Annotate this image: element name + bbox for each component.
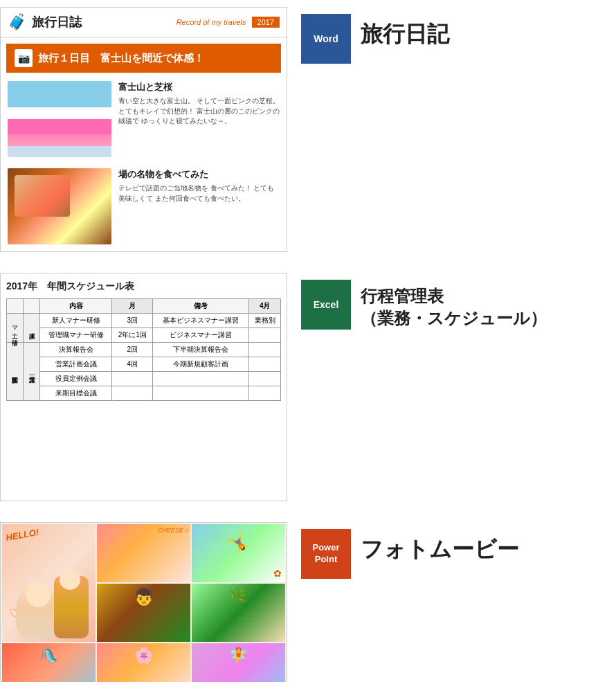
word-info: Word 旅行日記 [287, 7, 616, 71]
main-layout: 🧳 旅行日誌 Record of my travels 2017 📷 旅行１日目… [0, 0, 616, 682]
day-banner: 📷 旅行１日目 富士山を間近で体感！ [6, 44, 281, 73]
suitcase-icon: 🧳 [8, 13, 26, 31]
excel-badge-label: Excel [314, 298, 339, 311]
note-cell [153, 372, 249, 386]
note-cell: 今期新規顧客計画 [153, 357, 249, 372]
excel-doc-title: 2017年 年間スケジュール表 [6, 280, 281, 293]
ppt-preview: HELLO! ♡ CHEESE☆ 🤸 [0, 522, 287, 682]
excel-feature-title: 行程管理表 （業務・スケジュール） [361, 285, 547, 330]
excel-info: Excel 行程管理表 （業務・スケジュール） [287, 273, 616, 336]
excel-title-block: 行程管理表 （業務・スケジュール） [361, 280, 547, 330]
april-cell [249, 328, 281, 343]
table-row: 役員定例会議 [7, 372, 281, 386]
collage-cell-2: 🤸 ✿ [192, 524, 285, 582]
ppt-badge: Power Point [301, 529, 351, 579]
food-image [8, 168, 111, 244]
photo-collage: HELLO! ♡ CHEESE☆ 🤸 [1, 523, 287, 682]
sub-jinji: 人事課 [24, 314, 40, 343]
content-cell: 役員定例会議 [40, 372, 112, 386]
content-cell: 来期目標会議 [40, 386, 112, 401]
col-april: 4月 [249, 299, 281, 314]
note-cell: 下半期決算報告会 [153, 343, 249, 357]
word-badge: Word [301, 14, 351, 64]
group-new: 新規開拓 [7, 343, 24, 401]
year-badge: 2017 [252, 17, 280, 28]
collage-cell-main: HELLO! ♡ [2, 524, 96, 642]
word-row: 🧳 旅行日誌 Record of my travels 2017 📷 旅行１日目… [0, 7, 616, 252]
table-row: 来期目標会議 [7, 386, 281, 401]
word-preview: 🧳 旅行日誌 Record of my travels 2017 📷 旅行１日目… [0, 7, 287, 252]
collage-cell-3: 👦 [97, 584, 190, 642]
excel-preview: 2017年 年間スケジュール表 内容 月 備考 4月 マナー研修 人事 [0, 273, 287, 501]
hello-text: HELLO! [5, 527, 39, 543]
ppt-info: Power Point フォトムービー [287, 522, 616, 586]
excel-table: 内容 月 備考 4月 マナー研修 人事課 新人マナー研修 3回 基本ビジネスマナ… [6, 298, 281, 401]
april-cell [249, 386, 281, 401]
food-section: 場の名物を食べてみた テレビで話題のご当地名物を 食べてみた！ とても美味しくて… [1, 164, 287, 249]
col-sub [24, 299, 40, 314]
cheese-text: CHEESE☆ [158, 527, 189, 534]
collage-cell-4: 🌿 [192, 584, 285, 642]
ppt-row: HELLO! ♡ CHEESE☆ 🤸 [0, 522, 616, 682]
fuji-title: 富士山と芝桜 [118, 81, 280, 93]
word-doc-title: 旅行日誌 [32, 14, 82, 30]
freq-cell [112, 372, 153, 386]
table-row: マナー研修 人事課 新人マナー研修 3回 基本ビジネスマナー講習 業務別 [7, 314, 281, 328]
fuji-image [8, 81, 111, 157]
excel-row: 2017年 年間スケジュール表 内容 月 備考 4月 マナー研修 人事 [0, 273, 616, 501]
collage-cell-5: 🛝 [2, 643, 96, 682]
food-body: テレビで話題のご当地名物を 食べてみた！ とても美味しくて また何回食べても食べ… [118, 183, 280, 204]
freq-cell: 4回 [112, 357, 153, 372]
collage-cell-7: 🧚 ♡ [192, 643, 285, 682]
freq-cell: 3回 [112, 314, 153, 328]
banner-icon: 📷 [15, 49, 33, 67]
collage-cell-1: CHEESE☆ [97, 524, 190, 582]
content-cell: 新人マナー研修 [40, 314, 112, 328]
food-placeholder [8, 168, 111, 244]
content-cell: 営業計画会議 [40, 357, 112, 372]
col-group [7, 299, 24, 314]
ppt-badge-label: Power Point [312, 542, 339, 566]
ppt-title-block: フォトムービー [361, 529, 519, 565]
freq-cell [112, 386, 153, 401]
note-cell: ビジネスマナー講習 [153, 328, 249, 343]
freq-cell: 2回 [112, 343, 153, 357]
collage-cell-6: 🌸 [97, 643, 190, 682]
april-cell [249, 372, 281, 386]
table-row: 新規開拓 営業一課 決算報告会 2回 下半期決算報告会 [7, 343, 281, 357]
col-content: 内容 [40, 299, 112, 314]
group-manner: マナー研修 [7, 314, 24, 343]
table-row: 営業計画会議 4回 今期新規顧客計画 [7, 357, 281, 372]
april-cell: 業務別 [249, 314, 281, 328]
fuji-section: 富士山と芝桜 青い空と大きな富士山。 そして一面ピンクの芝桜。 とてもキレイで幻… [1, 77, 287, 161]
fuji-placeholder [8, 81, 111, 157]
col-month: 月 [112, 299, 153, 314]
table-row: 管理職マナー研修 2年に1回 ビジネスマナー講習 [7, 328, 281, 343]
word-feature-title: 旅行日記 [361, 19, 449, 50]
april-cell [249, 343, 281, 357]
word-title-block: 旅行日記 [361, 14, 449, 50]
note-cell [153, 386, 249, 401]
excel-badge: Excel [301, 280, 351, 330]
banner-text: 旅行１日目 富士山を間近で体感！ [38, 52, 204, 65]
freq-cell: 2年に1回 [112, 328, 153, 343]
word-header: 🧳 旅行日誌 Record of my travels 2017 [1, 8, 287, 38]
food-title: 場の名物を食べてみた [118, 168, 280, 181]
fuji-body: 青い空と大きな富士山。 そして一面ピンクの芝桜。 とてもキレイで幻想的！ 富士山… [118, 96, 280, 127]
april-cell [249, 357, 281, 372]
content-cell: 管理職マナー研修 [40, 328, 112, 343]
note-cell: 基本ビジネスマナー講習 [153, 314, 249, 328]
record-subtitle: Record of my travels [176, 18, 246, 26]
content-cell: 決算報告会 [40, 343, 112, 357]
sub-sales: 営業一課 [24, 343, 40, 401]
col-note: 備考 [153, 299, 249, 314]
food-text: 場の名物を食べてみた テレビで話題のご当地名物を 食べてみた！ とても美味しくて… [118, 168, 280, 244]
word-badge-label: Word [314, 33, 338, 45]
ppt-feature-title: フォトムービー [361, 535, 519, 565]
fuji-text: 富士山と芝桜 青い空と大きな富士山。 そして一面ピンクの芝桜。 とてもキレイで幻… [118, 81, 280, 157]
